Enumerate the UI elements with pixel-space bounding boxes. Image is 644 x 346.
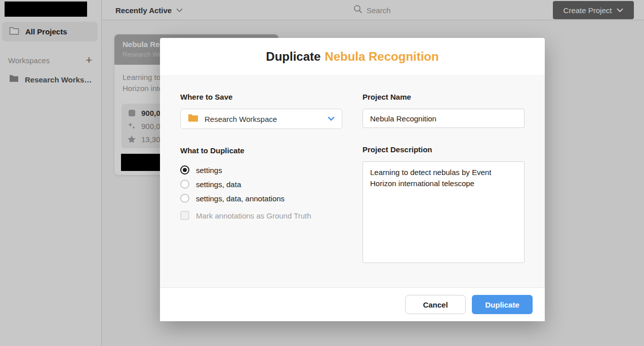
cancel-button[interactable]: Cancel	[405, 295, 466, 314]
what-to-duplicate-label: What to Duplicate	[180, 146, 342, 155]
modal-left-column: Where to Save Research Workspace What to…	[180, 93, 342, 287]
radio-selected-icon	[180, 165, 189, 175]
project-name-label: Project Name	[363, 93, 525, 102]
radio-unselected-icon	[180, 194, 189, 203]
modal-title-prefix: Duplicate	[266, 50, 320, 64]
ground-truth-checkbox-label: Mark annotations as Ground Truth	[196, 211, 311, 220]
modal-footer: Cancel Duplicate	[160, 287, 545, 321]
workspace-dropdown[interactable]: Research Workspace	[180, 109, 342, 129]
duplicate-project-modal: Duplicate Nebula Recognition Where to Sa…	[160, 38, 545, 321]
project-description-label: Project Description	[363, 145, 525, 154]
workspace-dropdown-value: Research Workspace	[205, 115, 321, 123]
radio-option-label: settings	[196, 166, 222, 175]
radio-option-settings-data-annotations[interactable]: settings, data, annotations	[180, 191, 342, 205]
where-to-save-label: Where to Save	[180, 93, 342, 102]
duplicate-options-radio-group: settings settings, data settings, data, …	[180, 163, 342, 223]
duplicate-button[interactable]: Duplicate	[472, 295, 533, 314]
radio-option-label: settings, data	[196, 180, 241, 189]
radio-option-settings-data[interactable]: settings, data	[180, 177, 342, 191]
radio-unselected-icon	[180, 180, 189, 189]
modal-right-column: Project Name Project Description Learnin…	[363, 93, 525, 287]
modal-body: Where to Save Research Workspace What to…	[160, 75, 545, 287]
radio-option-label: settings, data, annotations	[196, 194, 285, 203]
modal-title-project-name: Nebula Recognition	[325, 50, 438, 64]
project-description-textarea[interactable]: Learning to detect nebulas by Event Hori…	[363, 161, 525, 263]
folder-orange-icon	[188, 113, 198, 124]
chevron-down-icon	[328, 114, 335, 123]
project-name-input[interactable]	[363, 109, 525, 128]
modal-header: Duplicate Nebula Recognition	[160, 38, 545, 75]
checkbox-disabled-icon	[180, 211, 189, 220]
ground-truth-checkbox-row: Mark annotations as Ground Truth	[180, 208, 342, 223]
radio-option-settings[interactable]: settings	[180, 163, 342, 177]
